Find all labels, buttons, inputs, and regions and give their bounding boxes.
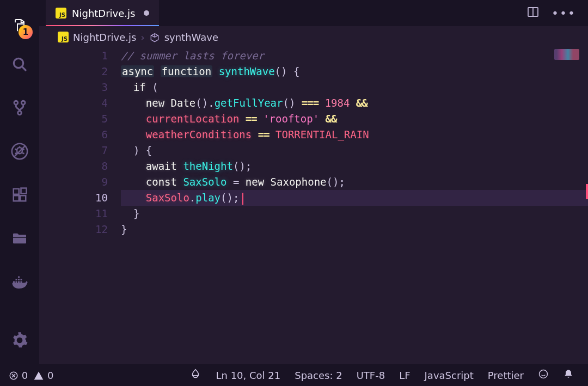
svg-rect-9 [21, 188, 27, 194]
scrollbar-marker [586, 184, 588, 199]
folder-icon[interactable] [0, 217, 39, 260]
debug-icon[interactable] [0, 130, 39, 173]
errors-indicator[interactable]: 0 [9, 370, 28, 381]
chevron-right-icon: › [140, 32, 144, 43]
color-picker-icon[interactable] [189, 368, 201, 382]
editor-tab[interactable]: JS NightDrive.js [46, 0, 159, 26]
split-editor-icon[interactable] [526, 5, 540, 21]
svg-rect-6 [14, 189, 19, 194]
line-gutter: 1 2 3 4 5 6 7 8 9 10 11 12 [39, 48, 121, 364]
explorer-icon[interactable]: 1 [0, 10, 39, 42]
extensions-icon[interactable] [0, 173, 39, 217]
unsaved-indicator-icon [144, 10, 149, 16]
cursor-position[interactable]: Ln 10, Col 21 [216, 370, 280, 381]
formatter[interactable]: Prettier [488, 370, 524, 381]
minimap[interactable] [554, 49, 579, 60]
source-control-icon[interactable] [0, 86, 39, 130]
breadcrumb[interactable]: JS NightDrive.js › synthWave [39, 26, 588, 48]
svg-rect-7 [14, 195, 19, 201]
js-file-icon: JS [56, 8, 66, 19]
explorer-badge: 1 [19, 25, 33, 39]
svg-point-1 [14, 101, 18, 105]
text-cursor [242, 193, 243, 205]
eol[interactable]: LF [399, 370, 410, 381]
svg-point-2 [21, 101, 25, 105]
symbol-method-icon [149, 33, 160, 44]
code-area[interactable]: // summer lasts forever async function s… [121, 48, 588, 364]
svg-point-3 [18, 111, 22, 115]
status-bar: 0 0 Ln 10, Col 21 Spaces: 2 UTF-8 LF Jav… [0, 364, 588, 386]
notifications-icon[interactable] [563, 369, 574, 382]
feedback-icon[interactable] [538, 369, 549, 382]
svg-rect-8 [20, 195, 26, 201]
search-icon[interactable] [0, 42, 39, 86]
warnings-indicator[interactable]: 0 [33, 370, 53, 381]
svg-point-14 [540, 370, 548, 378]
encoding[interactable]: UTF-8 [357, 370, 385, 381]
language-mode[interactable]: JavaScript [425, 370, 474, 381]
breadcrumb-file[interactable]: NightDrive.js [73, 32, 136, 43]
indentation[interactable]: Spaces: 2 [295, 370, 342, 381]
code-editor[interactable]: 1 2 3 4 5 6 7 8 9 10 11 12 // summer las… [39, 48, 588, 364]
tab-filename: NightDrive.js [72, 8, 135, 19]
more-actions-icon[interactable]: ••• [552, 7, 576, 20]
breadcrumb-symbol[interactable]: synthWave [164, 32, 218, 43]
settings-gear-icon[interactable] [0, 324, 39, 357]
docker-icon[interactable] [0, 260, 39, 304]
svg-point-0 [14, 58, 23, 68]
js-file-icon: JS [58, 32, 69, 42]
